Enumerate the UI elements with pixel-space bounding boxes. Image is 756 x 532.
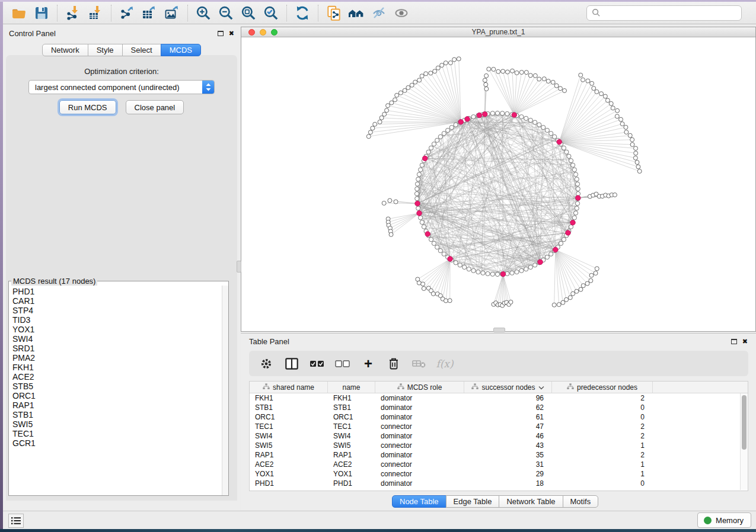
column-header-MCDS-role[interactable]: MCDS role — [375, 382, 464, 393]
show-all-icon[interactable] — [390, 4, 413, 23]
mcds-result-item[interactable]: PHD1 — [12, 287, 228, 296]
cell-name: SWI5 — [328, 441, 375, 450]
close-table-panel-icon[interactable]: ✖ — [742, 338, 748, 345]
duplicate-network-icon[interactable] — [323, 4, 345, 23]
table-row[interactable]: RAP1RAP1dominator352 — [250, 450, 748, 460]
cell-successor-nodes: 18 — [464, 479, 552, 488]
float-panel-icon[interactable] — [218, 31, 224, 36]
horizontal-splitter-handle[interactable] — [493, 328, 505, 332]
mcds-result-item[interactable]: STB5 — [12, 382, 228, 391]
mcds-result-list[interactable]: PHD1CAR1STP4TID3YOX1SWI4SRD1PMA2FKH1ACE2… — [9, 286, 228, 495]
zoom-selected-icon[interactable] — [260, 4, 282, 23]
cell-successor-nodes: 62 — [464, 403, 552, 412]
mcds-result-item[interactable]: SWI5 — [12, 419, 228, 429]
mcds-result-item[interactable]: TEC1 — [12, 429, 228, 438]
export-table-icon[interactable] — [138, 4, 161, 23]
mcds-result-box: MCDS result (17 nodes) PHD1CAR1STP4TID3Y… — [8, 277, 229, 496]
tab-node-table[interactable]: Node Table — [392, 495, 446, 508]
column-header-name[interactable]: name — [328, 382, 375, 393]
column-settings-gear-icon[interactable] — [259, 356, 274, 371]
deselect-all-checkboxes-icon[interactable] — [335, 356, 350, 371]
mcds-result-item[interactable]: TID3 — [12, 315, 228, 325]
hide-selected-icon[interactable] — [368, 4, 390, 23]
mcds-result-item[interactable]: ORC1 — [12, 391, 228, 400]
close-panel-icon[interactable]: ✖ — [229, 30, 234, 37]
table-row[interactable]: SWI5SWI5connector431 — [250, 441, 748, 450]
cell-predecessor-nodes: 2 — [552, 393, 653, 403]
mcds-result-item[interactable]: YOX1 — [12, 325, 228, 334]
table-scrollbar[interactable] — [740, 393, 748, 490]
table-row[interactable]: YOX1YOX1connector291 — [250, 469, 748, 479]
cell-successor-nodes: 29 — [464, 469, 552, 479]
cell-shared-name: SWI4 — [250, 431, 328, 441]
save-session-icon[interactable] — [30, 4, 53, 23]
column-header-successor-nodes[interactable]: successor nodes — [464, 382, 552, 393]
close-panel-button[interactable]: Close panel — [126, 100, 184, 114]
tab-network-table[interactable]: Network Table — [499, 495, 563, 508]
tab-edge-table[interactable]: Edge Table — [446, 495, 500, 508]
run-mcds-button[interactable]: Run MCDS — [59, 100, 116, 114]
cell-name: ACE2 — [328, 460, 375, 469]
zoom-fit-content-icon[interactable] — [237, 4, 260, 23]
cell-successor-nodes: 43 — [464, 441, 552, 450]
mcds-result-item[interactable]: STB1 — [12, 410, 228, 419]
table-row[interactable]: TEC1TEC1connector472 — [250, 422, 748, 431]
vertical-splitter-handle[interactable] — [237, 261, 241, 273]
table-row[interactable]: PHD1PHD1dominator180 — [250, 479, 748, 488]
table-row[interactable]: ORC1ORC1dominator610 — [250, 412, 748, 422]
mcds-result-item[interactable]: PMA2 — [12, 353, 228, 363]
select-all-checkboxes-icon[interactable] — [310, 356, 325, 371]
export-network-icon[interactable] — [116, 4, 138, 23]
table-panel: Table Panel ✖ + f(x) shared namenameMCDS… — [241, 333, 756, 509]
toolbar-separator — [57, 5, 58, 21]
add-column-icon[interactable]: + — [361, 356, 376, 371]
group-attributes-icon[interactable] — [345, 4, 368, 23]
table-row[interactable]: SWI4SWI4dominator462 — [250, 431, 748, 441]
import-network-from-file-icon[interactable] — [62, 4, 84, 23]
column-header-predecessor-nodes[interactable]: predecessor nodes — [552, 382, 653, 393]
network-window-titlebar[interactable]: YPA_prune.txt_1 — [241, 27, 755, 37]
mcds-result-item[interactable]: GCR1 — [12, 438, 228, 448]
function-builder-icon[interactable]: f(x) — [437, 356, 452, 371]
mcds-result-item[interactable]: SWI4 — [12, 334, 228, 344]
optimization-criterion-select[interactable]: largest connected component (undirected) — [28, 80, 215, 94]
tab-motifs[interactable]: Motifs — [563, 495, 599, 508]
export-image-icon[interactable] — [161, 4, 183, 23]
refresh-view-icon[interactable] — [291, 4, 314, 23]
tab-select[interactable]: Select — [122, 44, 161, 56]
table-row[interactable]: ACE2ACE2connector311 — [250, 460, 748, 469]
open-file-icon[interactable] — [8, 4, 30, 23]
mcds-result-item[interactable]: ACE2 — [12, 372, 228, 382]
cell-successor-nodes: 47 — [464, 422, 552, 431]
tab-style[interactable]: Style — [88, 44, 123, 56]
tab-network[interactable]: Network — [42, 44, 88, 56]
mcds-result-item[interactable]: CAR1 — [12, 296, 228, 306]
table-scrollbar-thumb[interactable] — [742, 395, 747, 450]
mcds-result-item[interactable]: SRD1 — [12, 344, 228, 353]
tab-mcds[interactable]: MCDS — [161, 44, 201, 56]
table-row[interactable]: FKH1FKH1dominator962 — [250, 393, 748, 403]
mcds-result-scrollbar[interactable] — [222, 286, 228, 495]
mcds-result-item[interactable]: FKH1 — [12, 363, 228, 372]
mcds-result-item[interactable]: STP4 — [12, 306, 228, 315]
import-table-from-file-icon[interactable] — [84, 4, 107, 23]
search-field[interactable] — [586, 5, 742, 21]
cell-MCDS-role: dominator — [375, 431, 464, 441]
delete-table-icon[interactable] — [412, 356, 427, 371]
zoom-out-icon[interactable] — [215, 4, 237, 23]
table-row[interactable]: STB1STB1dominator620 — [250, 403, 748, 412]
float-table-panel-icon[interactable] — [731, 339, 737, 344]
zoom-in-icon[interactable] — [192, 4, 215, 23]
cell-successor-nodes: 31 — [464, 460, 552, 469]
search-input[interactable] — [601, 8, 736, 17]
desktop-wallpaper — [0, 529, 756, 532]
delete-column-icon[interactable] — [386, 356, 401, 371]
task-history-button[interactable] — [8, 514, 24, 528]
split-table-icon[interactable] — [284, 356, 299, 371]
cell-name: YOX1 — [328, 469, 375, 479]
network-canvas-svg[interactable] — [241, 37, 755, 331]
mcds-result-item[interactable]: RAP1 — [12, 400, 228, 410]
column-header-shared-name[interactable]: shared name — [250, 382, 328, 393]
cell-name: STB1 — [328, 403, 375, 412]
memory-button[interactable]: Memory — [697, 512, 751, 528]
